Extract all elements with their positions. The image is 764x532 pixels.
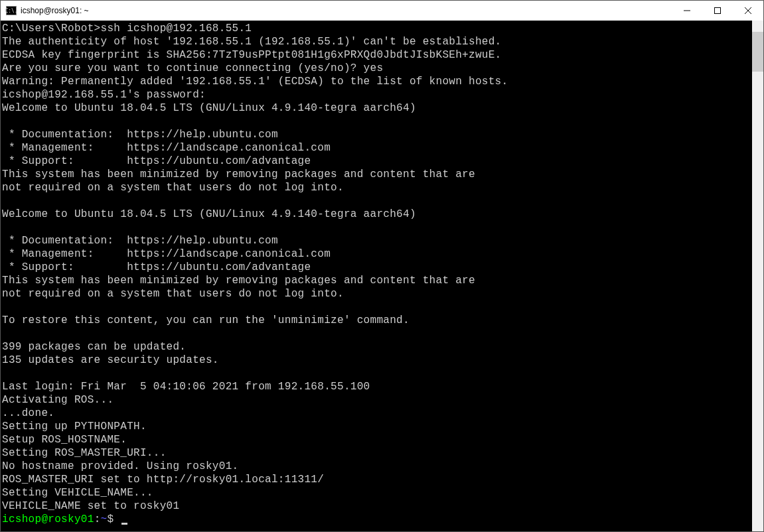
terminal-line: This system has been minimized by removi… — [2, 274, 752, 287]
terminal-line: not required on a system that users do n… — [2, 181, 752, 194]
prompt-path: ~ — [101, 513, 108, 525]
terminal-output[interactable]: C:\Users\Robot>ssh icshop@192.168.55.1Th… — [1, 21, 752, 531]
terminal-wrapper: C:\Users\Robot>ssh icshop@192.168.55.1Th… — [1, 21, 763, 531]
terminal-line: Setting ROS_MASTER_URI... — [2, 446, 752, 460]
terminal-line — [2, 327, 752, 340]
prompt-colon: : — [94, 513, 101, 525]
terminal-line: icshop@192.168.55.1's password: — [2, 88, 752, 101]
window-title: icshop@rosky01: ~ — [21, 6, 89, 15]
terminal-line: This system has been minimized by removi… — [2, 168, 752, 181]
terminal-line: ...done. — [2, 407, 752, 420]
terminal-line — [2, 300, 752, 314]
terminal-line: * Support: https://ubuntu.com/advantage — [2, 155, 752, 168]
terminal-line: * Support: https://ubuntu.com/advantage — [2, 261, 752, 274]
svg-rect-1 — [715, 8, 721, 14]
prompt-user-host: icshop@rosky01 — [2, 513, 94, 525]
terminal-line: not required on a system that users do n… — [2, 287, 752, 300]
terminal-line: No hostname provided. Using rosky01. — [2, 460, 752, 473]
scrollbar-thumb[interactable] — [752, 32, 763, 72]
cursor — [121, 523, 127, 525]
terminal-line: * Management: https://landscape.canonica… — [2, 141, 752, 155]
terminal-line: ROS_MASTER_URI set to http://rosky01.loc… — [2, 473, 752, 486]
terminal-line — [2, 115, 752, 128]
maximize-button[interactable] — [702, 1, 733, 21]
terminal-line: C:\Users\Robot>ssh icshop@192.168.55.1 — [2, 22, 752, 35]
titlebar-left: C:\. icshop@rosky01: ~ — [6, 6, 89, 15]
terminal-line: ECDSA key fingerprint is SHA256:7TzT9usP… — [2, 48, 752, 62]
window-controls — [672, 1, 763, 21]
prompt-dollar: $ — [107, 513, 114, 525]
terminal-line: * Documentation: https://help.ubuntu.com — [2, 128, 752, 141]
terminal-line: * Management: https://landscape.canonica… — [2, 247, 752, 261]
titlebar[interactable]: C:\. icshop@rosky01: ~ — [1, 1, 763, 21]
terminal-line: Are you sure you want to continue connec… — [2, 62, 752, 75]
terminal-line — [2, 367, 752, 380]
minimize-button[interactable] — [672, 1, 702, 21]
terminal-line: 399 packages can be updated. — [2, 340, 752, 354]
terminal-line: Welcome to Ubuntu 18.04.5 LTS (GNU/Linux… — [2, 101, 752, 115]
terminal-line: The authenticity of host '192.168.55.1 (… — [2, 35, 752, 48]
terminal-line: VEHICLE_NAME set to rosky01 — [2, 499, 752, 513]
terminal-line — [2, 221, 752, 234]
close-button[interactable] — [733, 1, 763, 21]
terminal-icon: C:\. — [6, 6, 17, 15]
terminal-line — [2, 194, 752, 208]
scrollbar[interactable] — [752, 21, 763, 531]
terminal-line: To restore this content, you can run the… — [2, 314, 752, 327]
terminal-line: Warning: Permanently added '192.168.55.1… — [2, 75, 752, 88]
terminal-line: Activating ROS... — [2, 393, 752, 407]
terminal-line: Last login: Fri Mar 5 04:10:06 2021 from… — [2, 380, 752, 393]
terminal-line: Setup ROS_HOSTNAME. — [2, 433, 752, 446]
terminal-line: 135 updates are security updates. — [2, 354, 752, 367]
terminal-line: Setting up PYTHONPATH. — [2, 420, 752, 433]
terminal-line: Welcome to Ubuntu 18.04.5 LTS (GNU/Linux… — [2, 208, 752, 221]
terminal-line: Setting VEHICLE_NAME... — [2, 486, 752, 499]
terminal-prompt-line: icshop@rosky01:~$ — [2, 513, 752, 526]
terminal-window: C:\. icshop@rosky01: ~ C:\Users\Robot>ss… — [0, 0, 764, 532]
terminal-line: * Documentation: https://help.ubuntu.com — [2, 234, 752, 247]
